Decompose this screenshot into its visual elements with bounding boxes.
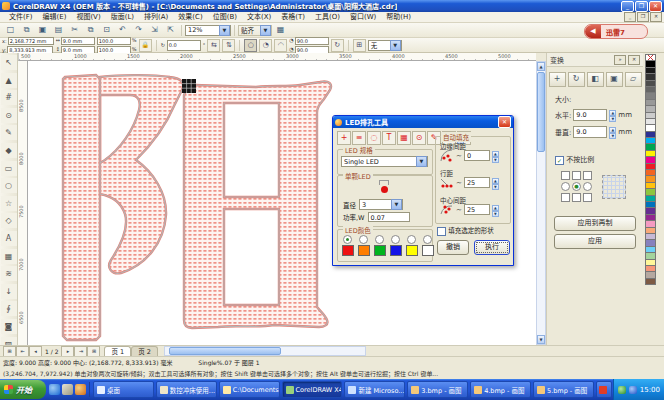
led-color-swatch[interactable] xyxy=(358,245,370,256)
run-button[interactable]: 执行 xyxy=(474,240,510,255)
palette-swatch[interactable] xyxy=(645,278,656,285)
pick-tool-icon[interactable]: ↖ xyxy=(1,55,17,70)
menu-edit[interactable]: 编辑(E) xyxy=(38,12,72,23)
polygon-tool-icon[interactable]: ☆ xyxy=(1,196,17,211)
menu-effects[interactable]: 效果(C) xyxy=(173,12,207,23)
transform-rotate-icon[interactable]: ↻ xyxy=(568,72,585,87)
vertical-spinner[interactable]: ▲▼ xyxy=(609,127,616,137)
rotation-angle-field[interactable]: 0.0 xyxy=(167,40,201,51)
basic-shapes-tool-icon[interactable]: ◇ xyxy=(1,213,17,228)
open-icon[interactable]: ⧉ xyxy=(19,23,34,37)
chevron-down-icon[interactable]: ▼ xyxy=(391,199,402,210)
doc-close-button[interactable]: ✕ xyxy=(650,12,662,22)
blend-tool-icon[interactable]: ≋ xyxy=(1,266,17,281)
horizontal-size-field[interactable]: 9.0 xyxy=(573,109,607,121)
chevron-down-icon[interactable]: ▼ xyxy=(416,156,427,167)
quicklaunch-player-icon[interactable] xyxy=(75,384,86,395)
glyph-right-part[interactable] xyxy=(184,81,331,328)
new-icon[interactable]: □ xyxy=(3,23,18,37)
last-page-icon[interactable]: ⇥ xyxy=(74,346,87,357)
glyph-left-radical[interactable] xyxy=(63,75,183,340)
import-icon[interactable]: ⇲ xyxy=(147,23,162,37)
led-color-radio[interactable] xyxy=(407,235,416,244)
hole-grid-tool-icon[interactable]: ▦ xyxy=(397,131,411,145)
next-page-icon[interactable]: ▸ xyxy=(61,346,74,357)
smart-fill-tool-icon[interactable]: ◆ xyxy=(1,143,17,158)
eyedropper-tool-icon[interactable]: ↓ xyxy=(1,284,17,299)
apply-to-duplicate-button[interactable]: 应用到再制 xyxy=(554,216,636,231)
add-page-before-icon[interactable]: ⊞ xyxy=(3,346,16,357)
table-tool-icon[interactable]: ▦ xyxy=(1,249,17,264)
menu-text[interactable]: 文本(X) xyxy=(242,12,276,23)
task-paint-4[interactable]: 4.bmp - 画图 xyxy=(470,381,531,398)
task-coreldraw[interactable]: CorelDRAW X4... xyxy=(282,381,343,398)
diameter-combo[interactable]: 3 ▼ xyxy=(359,199,403,210)
edge-spacing-spinner[interactable]: ▲▼ xyxy=(492,151,499,161)
outline-tool-icon[interactable]: ∮ xyxy=(1,301,17,316)
zoom-level-combo[interactable]: 12% ▼ xyxy=(185,25,231,36)
object-width-field[interactable]: 9.0 mm xyxy=(61,37,95,45)
hole-text-tool-icon[interactable]: T xyxy=(382,131,396,145)
dialog-close-icon[interactable]: ✕ xyxy=(498,116,511,128)
vertical-size-field[interactable]: 9.0 xyxy=(573,126,607,138)
rectangle-tool-icon[interactable]: ▭ xyxy=(1,161,17,176)
led-color-swatch[interactable] xyxy=(406,245,418,256)
task-word[interactable]: 新建 Microso... xyxy=(344,381,405,398)
task-paint-3[interactable]: 3.bmp - 画图 xyxy=(407,381,468,398)
horizontal-scroll-thumb[interactable] xyxy=(169,347,281,355)
led-spec-combo[interactable]: Single LED ▼ xyxy=(341,156,428,167)
menu-arrange[interactable]: 排列(A) xyxy=(139,12,173,23)
canvas-horizontal-scrollbar[interactable] xyxy=(164,346,366,356)
menu-window[interactable]: 窗口(W) xyxy=(345,12,381,23)
horizontal-spinner[interactable]: ▲▼ xyxy=(609,110,616,120)
edge-spacing-field[interactable]: 0 xyxy=(464,150,490,161)
outline-width-combo[interactable]: 无 ▼ xyxy=(368,40,402,51)
quicklaunch-ie-icon[interactable] xyxy=(49,384,60,395)
apply-button[interactable]: 应用 xyxy=(554,234,636,249)
save-icon[interactable]: ▣ xyxy=(35,23,50,37)
tray-icon-2[interactable] xyxy=(629,386,637,394)
chevron-down-icon[interactable]: ▼ xyxy=(260,25,271,36)
center-spacing-spinner[interactable]: ▲▼ xyxy=(492,205,499,215)
start-button[interactable]: 开始 xyxy=(0,380,46,399)
snap-menu[interactable]: 贴齐 ▼ xyxy=(238,25,272,36)
transform-skew-icon[interactable]: ▱ xyxy=(625,72,642,87)
led-color-radio[interactable] xyxy=(423,235,432,244)
scale-x-field[interactable]: 100.0 xyxy=(97,37,131,45)
led-color-radio[interactable] xyxy=(359,235,368,244)
ellipse-tool-icon[interactable]: ○ xyxy=(1,178,17,193)
menu-file[interactable]: 文件(F) xyxy=(4,12,38,23)
hole-circle-tool-icon[interactable]: ◌ xyxy=(367,131,381,145)
crop-tool-icon[interactable]: # xyxy=(1,90,17,105)
mirror-vertical-icon[interactable]: ⇅ xyxy=(222,39,235,52)
anchor-grid[interactable]: ● xyxy=(561,171,594,204)
led-color-swatch[interactable] xyxy=(390,245,402,256)
dialog-title-bar[interactable]: LED排孔工具 ✕ xyxy=(333,116,513,128)
power-field[interactable]: 0.07 xyxy=(368,212,410,222)
fill-selected-checkbox[interactable] xyxy=(437,227,446,236)
transform-position-icon[interactable]: + xyxy=(549,72,566,87)
undo-icon[interactable]: ↶ xyxy=(115,23,130,37)
chevron-down-icon[interactable]: ▼ xyxy=(219,25,230,36)
led-color-radio[interactable] xyxy=(391,235,400,244)
ellipse-mode-icon[interactable]: ○ xyxy=(244,39,257,52)
task-explorer[interactable]: C:\Documents... xyxy=(219,381,280,398)
chevron-down-icon[interactable]: ▼ xyxy=(390,40,401,51)
menu-help[interactable]: 帮助(H) xyxy=(381,12,416,23)
undo-button[interactable]: 撤销 xyxy=(437,240,469,255)
pie-mode-icon[interactable]: ◔ xyxy=(259,39,272,52)
add-page-after-icon[interactable]: ⊞ xyxy=(87,346,100,357)
fill-tool-icon[interactable]: ◙ xyxy=(1,319,17,334)
freehand-tool-icon[interactable]: ✎ xyxy=(1,125,17,140)
row-spacing-field[interactable]: 25 xyxy=(464,177,490,188)
cut-icon[interactable]: ✂ xyxy=(67,23,82,37)
dlg-zoom-tool-icon[interactable]: ⊙ xyxy=(412,131,426,145)
doc-minimize-button[interactable]: _ xyxy=(624,12,636,22)
arc-direction-icon[interactable]: ↻ xyxy=(331,39,344,52)
tab-page-1[interactable]: 页 1 xyxy=(104,346,131,357)
export-icon[interactable]: ⇱ xyxy=(163,23,178,37)
hole-line-tool-icon[interactable]: + xyxy=(337,131,351,145)
tray-icon-1[interactable] xyxy=(618,386,626,394)
menu-bitmaps[interactable]: 位图(B) xyxy=(208,12,242,23)
led-color-swatch[interactable] xyxy=(422,245,434,256)
